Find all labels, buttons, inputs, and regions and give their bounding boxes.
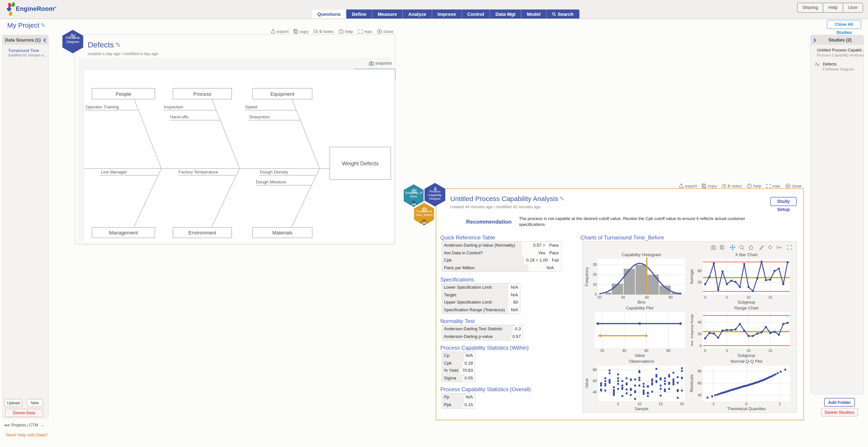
svg-text:5: 5: [726, 296, 728, 299]
cause-handoffs[interactable]: Hand-offs: [170, 114, 188, 119]
study-item-capability[interactable]: Untitled Process Capabil... Process Capa…: [811, 45, 864, 59]
tab-analyze[interactable]: Analyze: [403, 9, 432, 19]
help-study-button[interactable]: ?help: [747, 183, 761, 188]
zoom-icon[interactable]: [739, 245, 745, 250]
snapshot-camera-icon[interactable]: [711, 245, 716, 250]
export-button[interactable]: export: [679, 183, 697, 188]
help-icon: ?: [339, 29, 344, 34]
delete-studies-button[interactable]: Delete Studies: [821, 408, 858, 416]
category-box-materials[interactable]: Materials: [252, 227, 312, 238]
notes-button[interactable]: 0notes: [722, 183, 742, 188]
notes-button[interactable]: 0notes: [313, 29, 334, 34]
search-icon: [552, 12, 556, 16]
category-box-process[interactable]: Process: [173, 88, 232, 99]
effect-box-weight-defects[interactable]: Weight Defects: [330, 147, 391, 180]
fullscreen-icon[interactable]: [787, 245, 792, 250]
capability-histogram-chart[interactable]: 204060800102030Capability HistogramBinsF…: [585, 252, 688, 305]
range-chart[interactable]: 05101502040Range ChartSubgroupAve. Subgr…: [689, 305, 794, 359]
sharing-button[interactable]: Sharing: [798, 3, 824, 12]
breadcrumb-arrow-icon: →: [40, 423, 44, 427]
rename-study-icon[interactable]: ✎: [115, 41, 121, 49]
engineroom-logo[interactable]: EngineRoom®: [4, 1, 58, 18]
snapshot-button[interactable]: snapshot: [369, 61, 392, 66]
observations-chart[interactable]: 5101520406080ObservationsSampleValue: [585, 359, 688, 412]
normal-qq-plot-chart[interactable]: -202406080Normal Q-Q PlotTheoretical Qua…: [689, 359, 794, 412]
svg-text:80: 80: [593, 368, 597, 372]
copy-chart-icon[interactable]: [720, 245, 724, 250]
delete-data-button[interactable]: Delete Data: [5, 409, 43, 417]
new-button[interactable]: New: [27, 399, 43, 407]
quick-reference-heading: Quick Reference Table: [440, 235, 495, 241]
help-study-button[interactable]: ?help: [339, 29, 353, 34]
maximize-button[interactable]: max: [358, 29, 372, 34]
tab-data-mgt[interactable]: Data Mgt: [490, 9, 522, 19]
cause-dough-density[interactable]: Dough Density: [260, 169, 288, 174]
expand-right-icon[interactable]: [813, 38, 816, 42]
tab-define[interactable]: Define: [346, 9, 372, 19]
data-sources-header[interactable]: Data Sources (1): [3, 35, 49, 45]
studies-header[interactable]: Studies (2): [811, 35, 864, 45]
svg-text:Value: Value: [585, 378, 589, 388]
study-setup-button[interactable]: Study Setup: [770, 197, 797, 206]
cause-inspection[interactable]: Inspection: [164, 104, 183, 109]
copy-button[interactable]: copy: [293, 29, 309, 34]
collapse-left-icon[interactable]: [43, 38, 46, 42]
capability-study-card: Untitled Process Capability Analysis✎ cr…: [436, 188, 804, 420]
tab-control[interactable]: Control: [462, 9, 490, 19]
upload-button[interactable]: Upload: [4, 399, 22, 407]
tab-improve[interactable]: Improve: [432, 9, 462, 19]
export-button[interactable]: export: [271, 29, 289, 34]
table-row: Target:N/A: [442, 291, 520, 299]
data-source-item-turnaround-time[interactable]: Turnaround Time modified 42 minutes a...: [3, 45, 49, 59]
category-box-management[interactable]: Management: [92, 227, 155, 238]
fishbone-badge-icon: [62, 32, 83, 36]
close-study-button[interactable]: close: [785, 183, 802, 188]
cause-speed[interactable]: Speed: [245, 104, 257, 109]
draw-pencil-icon[interactable]: [759, 245, 764, 250]
maximize-button[interactable]: max: [766, 183, 780, 188]
close-study-button[interactable]: close: [377, 29, 393, 34]
eraser-icon[interactable]: [768, 245, 773, 250]
cause-factory-temperature[interactable]: Factory Temperature: [179, 169, 218, 174]
subgroup-before-badge[interactable]: Subgroup_Before 100: [404, 184, 424, 207]
key-icon[interactable]: [776, 245, 782, 249]
pan-icon[interactable]: [730, 244, 736, 250]
fishbone-canvas[interactable]: People Process Equipment Management Envi…: [84, 69, 394, 243]
charts-heading: Charts of Turnaround Time_Before: [581, 235, 664, 241]
category-box-environment[interactable]: Environment: [173, 227, 232, 238]
home-icon[interactable]: [748, 245, 754, 250]
top-bar: EngineRoom® Questions Define Measure Ana…: [0, 0, 868, 19]
category-box-people[interactable]: People: [92, 88, 155, 99]
table-row: Lower Specification Limit:N/A: [442, 284, 520, 291]
study-item-defects[interactable]: Defects Fishbone Diagram: [811, 59, 864, 73]
cause-operator-training[interactable]: Operator Training: [86, 104, 119, 109]
cause-sharpness[interactable]: Sharpness: [249, 114, 270, 119]
svg-text:Capability Histogram: Capability Histogram: [622, 252, 661, 257]
capability-plot-chart[interactable]: 20406080Capability PlotValue: [585, 305, 688, 359]
capability-toolbar: export copy 0notes ?help max close: [699, 183, 802, 188]
help-button[interactable]: Help: [824, 3, 843, 12]
copy-button[interactable]: copy: [702, 183, 717, 188]
x-bar-chart[interactable]: 0510155060X Bar ChartSubgroupAverage: [689, 252, 794, 305]
tab-search[interactable]: Search: [546, 9, 579, 19]
rename-study-icon[interactable]: ✎: [559, 195, 565, 202]
cause-dough-moisture[interactable]: Dough Moisture: [256, 179, 286, 184]
cause-line-manager[interactable]: Line Manager: [101, 169, 127, 174]
user-button[interactable]: User: [843, 3, 863, 12]
need-help-link[interactable]: Need Help with Data?: [6, 432, 48, 437]
table-row: Cpk0.18: [442, 359, 475, 367]
tab-questions[interactable]: Questions: [312, 9, 346, 19]
svg-text:Subgroup: Subgroup: [738, 353, 755, 358]
tab-model[interactable]: Model: [522, 9, 547, 19]
turnaround-time-before-badge[interactable]: Turnaround Time_Before 100: [414, 203, 434, 226]
close-all-studies-button[interactable]: Close All Studies: [827, 20, 861, 29]
category-box-equipment[interactable]: Equipment: [252, 88, 312, 99]
svg-text:15: 15: [768, 349, 772, 353]
fishbone-study-title: Defects✎: [88, 41, 121, 50]
tab-measure[interactable]: Measure: [372, 9, 403, 19]
data-source-name[interactable]: Turnaround Time: [8, 48, 46, 53]
add-folder-button[interactable]: Add Folder: [824, 398, 855, 407]
edit-project-icon[interactable]: ✎: [41, 22, 46, 29]
table-row: Specification Range (Tolerance)N/A: [442, 306, 520, 313]
breadcrumb[interactable]: Projects | CTM →: [4, 423, 44, 427]
